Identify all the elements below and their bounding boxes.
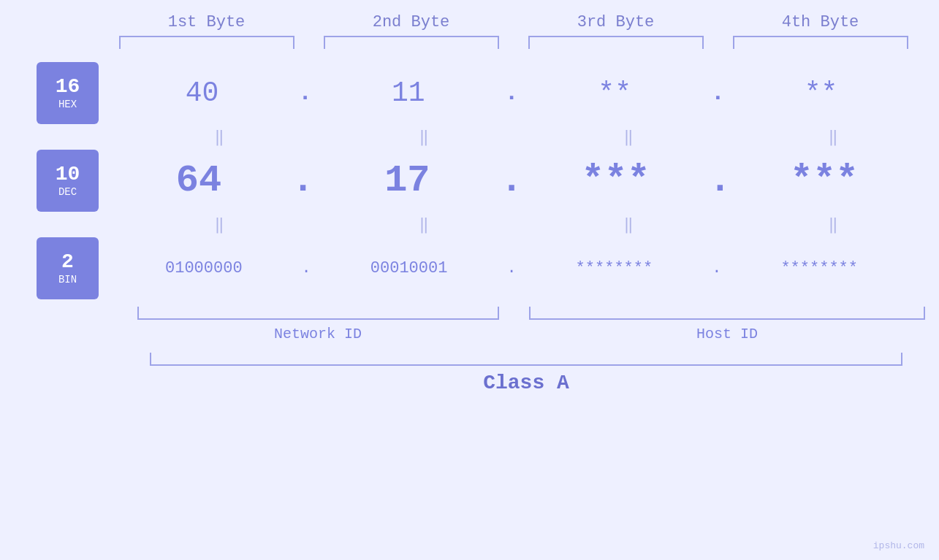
hex-dot1: . xyxy=(298,80,312,107)
host-bracket-wrap: Host ID xyxy=(519,307,935,342)
bracket-byte1 xyxy=(119,36,294,49)
dec-val4: *** xyxy=(731,159,917,202)
byte2-header: 2nd Byte xyxy=(309,13,514,36)
dec-val3: *** xyxy=(523,159,709,202)
byte1-header: 1st Byte xyxy=(104,13,309,36)
network-id-label: Network ID xyxy=(274,326,362,342)
class-label: Class A xyxy=(483,372,569,394)
dec-dot2: . xyxy=(500,159,522,202)
hex-values: 40 . 11 . ** . ** xyxy=(99,77,924,109)
dec-val1: 64 xyxy=(106,159,292,202)
bin-val2: 00010001 xyxy=(311,259,507,277)
byte4-header: 4th Byte xyxy=(718,13,923,36)
class-bracket-wrap: Class A xyxy=(150,353,902,394)
byte3-header: 3rd Byte xyxy=(514,13,718,36)
hex-val1: 40 xyxy=(106,77,298,109)
host-bracket xyxy=(529,307,925,320)
bin-dot3: . xyxy=(712,259,721,277)
hex-row: 16 HEX 40 . 11 . ** . ** xyxy=(0,62,939,124)
hex-badge-label: HEX xyxy=(58,99,77,111)
hex-dot2: . xyxy=(504,80,518,107)
byte-headers: 1st Byte 2nd Byte 3rd Byte 4th Byte xyxy=(104,13,923,36)
top-brackets xyxy=(104,36,923,49)
dec-row: 10 DEC 64 . 17 . *** . *** xyxy=(0,150,939,212)
eq1: ‖ xyxy=(117,127,322,147)
bin-val1: 01000000 xyxy=(106,259,302,277)
hex-dot3: . xyxy=(711,80,725,107)
eq3: ‖ xyxy=(526,127,731,147)
bin-val3: ******** xyxy=(517,259,712,277)
hex-val3: ** xyxy=(519,77,711,109)
eq6: ‖ xyxy=(322,215,526,234)
main-container: 1st Byte 2nd Byte 3rd Byte 4th Byte 16 H… xyxy=(0,0,939,560)
hex-badge: 16 HEX xyxy=(37,62,99,124)
network-bracket-wrap: Network ID xyxy=(117,307,519,342)
bracket-byte2 xyxy=(324,36,499,49)
eq5: ‖ xyxy=(117,215,322,234)
eq4: ‖ xyxy=(731,127,935,147)
eq7: ‖ xyxy=(526,215,731,234)
bin-val4: ******** xyxy=(721,259,917,277)
hex-val2: 11 xyxy=(312,77,504,109)
dec-dot1: . xyxy=(292,159,314,202)
bin-badge-label: BIN xyxy=(58,274,77,286)
hex-val4: ** xyxy=(725,77,917,109)
bin-dot2: . xyxy=(506,259,516,277)
hex-badge-num: 16 xyxy=(56,76,80,99)
dec-val2: 17 xyxy=(314,159,500,202)
dec-badge-num: 10 xyxy=(56,164,80,186)
dec-values: 64 . 17 . *** . *** xyxy=(99,159,924,202)
bin-values: 01000000 . 00010001 . ******** . *******… xyxy=(99,259,924,277)
equals-row-1: ‖ ‖ ‖ ‖ xyxy=(117,124,935,150)
equals-row-2: ‖ ‖ ‖ ‖ xyxy=(117,212,935,237)
host-id-label: Host ID xyxy=(696,326,758,342)
class-bracket xyxy=(150,353,902,366)
network-host-brackets: Network ID Host ID xyxy=(117,307,935,342)
bin-row: 2 BIN 01000000 . 00010001 . ******** . *… xyxy=(0,237,939,299)
bracket-byte4 xyxy=(733,36,908,49)
dec-dot3: . xyxy=(709,159,731,202)
dec-badge: 10 DEC xyxy=(37,150,99,212)
id-section: Network ID Host ID xyxy=(117,307,935,342)
network-bracket xyxy=(137,307,499,320)
bin-badge: 2 BIN xyxy=(37,237,99,299)
bin-badge-num: 2 xyxy=(61,251,74,274)
bin-dot1: . xyxy=(302,259,311,277)
bracket-byte3 xyxy=(528,36,704,49)
dec-badge-label: DEC xyxy=(58,186,77,199)
watermark: ipshu.com xyxy=(873,540,924,551)
eq8: ‖ xyxy=(731,215,935,234)
eq2: ‖ xyxy=(322,127,526,147)
